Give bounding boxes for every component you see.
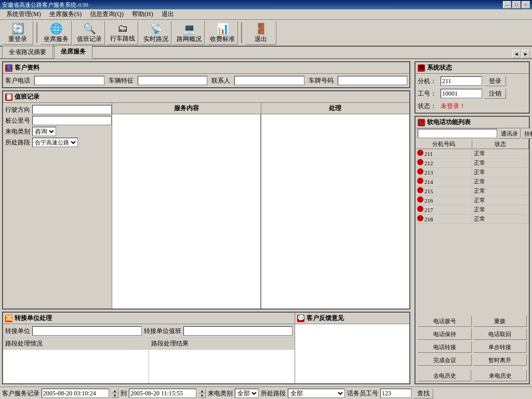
restore-button[interactable]: □ bbox=[512, 1, 521, 8]
date-to-spin: ▲ ▼ bbox=[198, 389, 206, 398]
phone-table: 分机号码 状态 211 正常 212 正常 213 正常 214 正常 bbox=[416, 140, 529, 313]
retrieve-btn[interactable]: 电话取回 bbox=[473, 328, 527, 340]
agent-input[interactable] bbox=[380, 389, 411, 398]
phone-search-input[interactable] bbox=[418, 129, 497, 138]
phone-status-icon-217 bbox=[417, 206, 423, 212]
window-controls: — □ × bbox=[503, 1, 530, 8]
toolbar-relogin[interactable]: 🔄 重登录 bbox=[2, 21, 33, 45]
login-btn[interactable]: 登录 bbox=[484, 76, 506, 86]
vehicle-input[interactable] bbox=[138, 76, 208, 85]
minimize-button[interactable]: — bbox=[503, 1, 511, 8]
tab-seat-service[interactable]: 坐席服务 bbox=[54, 45, 92, 59]
tab-nav-arrows: ◄ ► bbox=[512, 50, 530, 58]
hold-btn[interactable]: 电话保持 bbox=[418, 328, 472, 340]
tab-prev-arrow[interactable]: ◄ bbox=[512, 50, 521, 58]
work-input[interactable] bbox=[441, 89, 482, 98]
menu-system[interactable]: 系统管理(M) bbox=[2, 9, 45, 20]
call-type-select[interactable]: 咨询 投诉 建议 其他 bbox=[32, 127, 56, 136]
transfer-lower: 路段处理情况 路段处理结果 bbox=[3, 338, 295, 383]
right-panel: ⚙ 系统状态 分机： 登录 工号： 注销 状态： 未登录！ bbox=[413, 59, 532, 387]
away-btn[interactable]: 暂时离开 bbox=[473, 354, 527, 366]
road-filter-select[interactable]: 全部 合宁高速公路 合安高速公路 bbox=[288, 389, 345, 398]
date-to-down[interactable]: ▼ bbox=[198, 393, 206, 398]
feedback-input[interactable] bbox=[295, 324, 409, 383]
transfer-icon: 🔀 bbox=[5, 315, 12, 322]
phone-row-213[interactable]: 213 正常 bbox=[416, 168, 529, 177]
toolbar-route[interactable]: 🗂 行车路线 bbox=[107, 21, 138, 45]
plate-input[interactable] bbox=[338, 76, 408, 85]
phone-row-216[interactable]: 216 正常 bbox=[416, 196, 529, 205]
transfer-shift-input[interactable] bbox=[183, 326, 293, 336]
sys-status-icon: ⚙ bbox=[418, 64, 425, 72]
phone-col-status: 状态 bbox=[472, 140, 529, 149]
customer-section: 👤 客户资料 客户电话 车辆特征 联系人 车牌号码 bbox=[2, 61, 410, 88]
menu-help[interactable]: 帮助(H) bbox=[128, 9, 157, 20]
customer-icon: 👤 bbox=[5, 64, 12, 72]
direction-input[interactable] bbox=[32, 105, 112, 114]
incoming-history-btn[interactable]: 来电历史 bbox=[473, 370, 527, 381]
phone-td-id-216: 216 bbox=[416, 196, 472, 205]
processing-col-main: 处理 bbox=[261, 103, 410, 309]
date-from-input[interactable] bbox=[42, 389, 109, 398]
contact-input[interactable] bbox=[234, 76, 304, 85]
phone-row-214[interactable]: 214 正常 bbox=[416, 177, 529, 187]
phone-row-218[interactable]: 218 正常 bbox=[416, 215, 529, 224]
menu-info-query[interactable]: 信息查询(Q) bbox=[86, 9, 128, 20]
date-to-input[interactable] bbox=[129, 389, 196, 398]
redial-btn[interactable]: 重拨 bbox=[473, 315, 527, 327]
service-content-input[interactable] bbox=[112, 114, 261, 309]
phone-td-id-213: 213 bbox=[416, 168, 472, 177]
phone-row-211[interactable]: 211 正常 bbox=[416, 149, 529, 158]
call-type-filter-select[interactable]: 全部 咨询 投诉 建议 bbox=[235, 389, 259, 398]
tab-next-arrow[interactable]: ► bbox=[522, 50, 530, 58]
toolbar-seat-service[interactable]: 🌐 坐席服务 bbox=[41, 21, 72, 45]
phone-td-id-217: 217 bbox=[416, 205, 472, 214]
toolbar-realtime[interactable]: 📡 实时路况 bbox=[140, 21, 171, 45]
tab-province-overview[interactable]: 全省路况摘要 bbox=[2, 46, 53, 58]
date-from-down[interactable]: ▼ bbox=[111, 393, 118, 398]
road-result-input[interactable] bbox=[149, 350, 295, 383]
dial-btn[interactable]: 电话拨号 bbox=[418, 315, 472, 327]
transfer-shift-label: 转接单位值班 bbox=[144, 327, 181, 336]
logout-btn[interactable]: 注销 bbox=[484, 88, 506, 99]
date-to-up[interactable]: ▲ bbox=[198, 389, 206, 393]
seat-service-icon: 🌐 bbox=[48, 22, 64, 35]
phone-td-status-216: 正常 bbox=[472, 196, 529, 205]
search-btn[interactable]: 查找 bbox=[414, 388, 433, 398]
phone-row-217[interactable]: 217 正常 bbox=[416, 205, 529, 215]
toolbar-exit[interactable]: 🚪 退出 bbox=[245, 21, 276, 45]
outgoing-history-btn[interactable]: 去电历史 bbox=[418, 370, 471, 381]
road-filter-label: 所处路段 bbox=[261, 389, 286, 398]
road-status-label: 路段处理情况 bbox=[3, 338, 149, 350]
customer-row: 客户电话 车辆特征 联系人 车牌号码 bbox=[5, 76, 407, 85]
mileage-input[interactable] bbox=[32, 116, 112, 125]
phone-input[interactable] bbox=[34, 76, 104, 85]
phone-label: 客户电话 bbox=[5, 76, 30, 85]
transfer-btn[interactable]: 电话转接 bbox=[418, 341, 472, 353]
menu-exit[interactable]: 退出 bbox=[157, 9, 178, 20]
road-status-input[interactable] bbox=[3, 350, 149, 383]
toolbar-duty-log[interactable]: 🔍 值班记录 bbox=[74, 21, 105, 45]
phone-td-id-215: 215 bbox=[416, 187, 472, 195]
date-from-up[interactable]: ▲ bbox=[111, 389, 118, 393]
conference-btn[interactable]: 完成会议 bbox=[418, 354, 472, 366]
single-transfer-btn[interactable]: 单步转接 bbox=[473, 341, 527, 353]
menu-seat-service[interactable]: 坐席服务(S) bbox=[45, 9, 86, 20]
branch-input[interactable] bbox=[441, 76, 482, 86]
notify-btn[interactable]: 通讯录 bbox=[498, 128, 521, 139]
phone-row-215[interactable]: 215 正常 bbox=[416, 187, 529, 196]
transfer-header: 🔀 转接单位处理 bbox=[3, 313, 295, 324]
log-fields: 行驶方向 桩公里号 来电类别 咨询 投诉 建议 其他 bbox=[3, 103, 112, 309]
main-content: 👤 客户资料 客户电话 车辆特征 联系人 车牌号码 📋 bbox=[0, 59, 532, 387]
road-select[interactable]: 合宁高速公路 合安高速公路 其他 bbox=[32, 138, 78, 147]
phone-row-212[interactable]: 212 正常 bbox=[416, 158, 529, 168]
hangup-btn[interactable]: 挂机 bbox=[522, 128, 532, 139]
transfer-unit-input[interactable] bbox=[32, 326, 142, 336]
processing-input[interactable] bbox=[261, 114, 410, 309]
transfer-fields: 转接单位 转接单位值班 bbox=[3, 324, 295, 338]
service-content-col: 服务内容 bbox=[112, 103, 261, 309]
toolbar-network[interactable]: 💻 路网概况 bbox=[174, 21, 205, 45]
toolbar-toll[interactable]: 📊 收费标准 bbox=[207, 21, 238, 45]
processing-col-header: 处理 bbox=[261, 103, 410, 114]
close-button[interactable]: × bbox=[522, 1, 530, 8]
